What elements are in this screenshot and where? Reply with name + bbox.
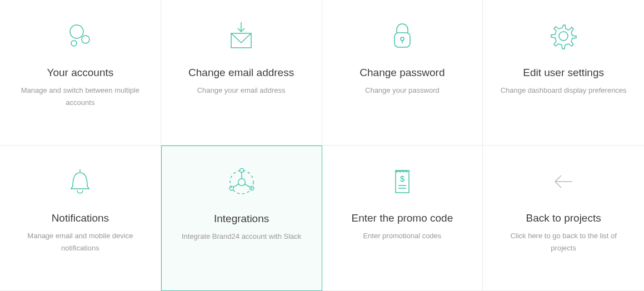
svg-point-8	[559, 32, 568, 41]
card-desc: Manage email and mobile device notificat…	[13, 230, 147, 254]
card-notifications[interactable]: Notifications Manage email and mobile de…	[0, 146, 161, 291]
card-your-accounts[interactable]: Your accounts Manage and switch between …	[0, 0, 161, 146]
card-back-to-projects[interactable]: Back to projects Click here to go back t…	[483, 146, 644, 291]
integrations-icon	[224, 163, 259, 202]
svg-rect-4	[231, 33, 251, 48]
svg-line-17	[244, 184, 250, 187]
svg-point-1	[82, 36, 89, 43]
email-download-icon	[223, 17, 259, 56]
card-title: Back to projects	[526, 212, 601, 224]
card-title: Integrations	[214, 213, 269, 225]
card-change-password[interactable]: Change password Change your password	[322, 0, 483, 146]
card-title: Notifications	[52, 212, 109, 224]
bell-icon	[62, 162, 98, 201]
card-title: Change password	[360, 67, 445, 79]
svg-line-16	[233, 184, 238, 187]
card-desc: Change dashboard display preferences	[501, 84, 627, 97]
card-promo-code[interactable]: $ Enter the promo code Enter promotional…	[322, 146, 483, 291]
svg-point-2	[71, 41, 77, 46]
svg-rect-5	[395, 33, 410, 47]
lock-icon	[385, 17, 420, 56]
accounts-icon	[62, 17, 98, 56]
svg-point-13	[229, 186, 233, 190]
svg-point-6	[401, 37, 404, 41]
card-desc: Manage and switch between multiple accou…	[13, 84, 147, 109]
card-desc: Integrate Brand24 account with Slack	[182, 230, 301, 243]
svg-text:$: $	[400, 174, 405, 183]
card-desc: Click here to go back to the list of pro…	[497, 230, 630, 254]
card-title: Your accounts	[47, 67, 114, 79]
arrow-left-icon	[546, 162, 581, 201]
gear-icon	[546, 17, 581, 56]
svg-point-0	[70, 25, 83, 38]
settings-grid: Your accounts Manage and switch between …	[0, 0, 644, 291]
card-desc: Enter promotional codes	[363, 230, 441, 242]
card-title: Enter the promo code	[352, 212, 453, 224]
card-change-email[interactable]: Change email address Change your email a…	[161, 0, 322, 146]
receipt-icon: $	[385, 162, 420, 201]
card-desc: Change your password	[365, 84, 440, 97]
card-integrations[interactable]: Integrations Integrate Brand24 account w…	[161, 146, 322, 291]
card-user-settings[interactable]: Edit user settings Change dashboard disp…	[483, 0, 644, 146]
card-desc: Change your email address	[197, 84, 286, 97]
svg-point-11	[238, 179, 245, 186]
card-title: Edit user settings	[523, 67, 604, 79]
card-title: Change email address	[188, 67, 294, 79]
